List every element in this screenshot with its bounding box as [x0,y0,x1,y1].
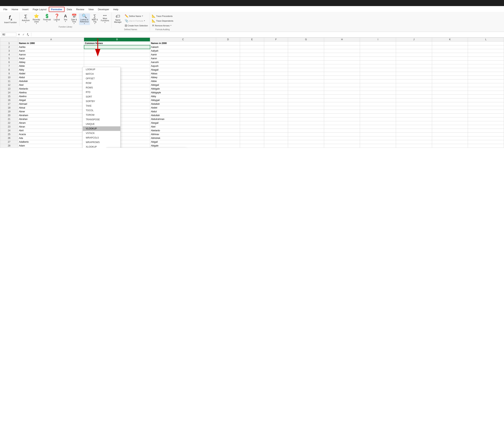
cell-r7c4[interactable] [240,64,264,68]
cell-r27c5[interactable] [264,140,288,144]
cell-r6c11[interactable] [468,60,504,64]
cell-r27c7[interactable] [324,140,360,144]
cell-r12c10[interactable] [432,83,468,87]
cell-r1c10[interactable] [432,41,468,45]
create-from-selection-button[interactable]: ⊞ Create from Selection [124,23,149,28]
cell-r8c10[interactable] [432,68,468,72]
cell-r21c11[interactable] [468,117,504,121]
cell-r5c8[interactable] [360,56,396,60]
cell-r7c2[interactable]: Aayush [150,64,216,68]
cell-r2c10[interactable] [432,45,468,49]
cell-r3c3[interactable] [216,49,240,53]
cell-r4c0[interactable]: Aarron [18,53,84,56]
cell-r25c4[interactable] [240,132,264,136]
cell-r15c10[interactable] [432,94,468,98]
cell-r27c2[interactable]: Abigail [150,140,216,144]
col-header-l[interactable]: L [468,37,504,41]
cell-r12c4[interactable] [240,83,264,87]
cell-r4c1[interactable] [84,53,150,56]
dropdown-item-sort[interactable]: SORT [83,94,120,99]
cell-r17c3[interactable] [216,102,240,106]
cell-r21c4[interactable] [240,117,264,121]
cell-r17c5[interactable] [264,102,288,106]
cell-r23c2[interactable]: Abel [150,125,216,129]
cell-r10c8[interactable] [360,75,396,79]
cell-r24c9[interactable] [396,129,432,132]
cell-r10c11[interactable] [468,75,504,79]
cell-r26c9[interactable] [396,136,432,140]
cell-r26c10[interactable] [432,136,468,140]
cell-r8c5[interactable] [264,68,288,72]
cell-r11c3[interactable] [216,79,240,83]
cell-r17c10[interactable] [432,102,468,106]
menu-data[interactable]: Data [65,7,74,12]
cell-r2c0[interactable]: Aarika [18,45,84,49]
cell-r16c9[interactable] [396,98,432,102]
cell-r22c3[interactable] [216,121,240,125]
row-header-24[interactable]: 24 [0,129,18,132]
cell-r8c7[interactable] [324,68,360,72]
cell-r14c7[interactable] [324,91,360,94]
menu-file[interactable]: File [1,7,9,12]
date-time-button[interactable]: 📅 Date &Time ▼ [70,13,78,25]
cell-r5c7[interactable] [324,56,360,60]
cell-r26c6[interactable] [288,136,324,140]
menu-view[interactable]: View [87,7,96,12]
cell-r18c7[interactable] [324,106,360,110]
cell-r1c7[interactable] [324,41,360,45]
cell-r16c7[interactable] [324,98,360,102]
cell-r23c3[interactable] [216,125,240,129]
cell-r1c2[interactable]: Names in 2000 [150,41,216,45]
cell-r22c2[interactable]: Abegail [150,121,216,125]
cell-r15c11[interactable] [468,94,504,98]
cell-r20c0[interactable]: Abraham [18,113,84,117]
cell-r20c2[interactable]: Abdullah [150,113,216,117]
cell-r3c0[interactable]: Aaron [18,49,84,53]
cell-r17c11[interactable] [468,102,504,106]
cell-r25c2[interactable]: Abhinav [150,132,216,136]
cell-r6c3[interactable] [216,60,240,64]
cell-r7c11[interactable] [468,64,504,68]
col-header-c[interactable]: C [150,37,216,41]
col-header-e[interactable]: E [240,37,264,41]
cell-r24c2[interactable]: Abelardo [150,129,216,132]
cell-r4c8[interactable] [360,53,396,56]
cell-r6c2[interactable]: Aarushi [150,60,216,64]
cell-r3c10[interactable] [432,49,468,53]
cell-r13c8[interactable] [360,87,396,91]
col-header-i[interactable]: I [360,37,396,41]
cell-r20c6[interactable] [288,113,324,117]
cell-r24c6[interactable] [288,129,324,132]
cell-r17c0[interactable]: Abimael [18,102,84,106]
cell-r9c11[interactable] [468,72,504,75]
cell-r15c6[interactable] [288,94,324,98]
cell-r15c0[interactable]: Abelino [18,94,84,98]
cell-r6c7[interactable] [324,60,360,64]
cell-r14c6[interactable] [288,91,324,94]
cell-r3c9[interactable] [396,49,432,53]
row-header-4[interactable]: 4 [0,53,18,56]
cell-r7c8[interactable] [360,64,396,68]
cell-r8c3[interactable] [216,68,240,72]
cell-r28c3[interactable] [216,144,240,148]
cell-r17c7[interactable] [324,102,360,106]
cell-r10c3[interactable] [216,75,240,79]
row-header-8[interactable]: 8 [0,68,18,72]
cell-r23c11[interactable] [468,125,504,129]
cell-r11c5[interactable] [264,79,288,83]
cell-r15c8[interactable] [360,94,396,98]
cell-r7c6[interactable] [288,64,324,68]
menu-page-layout[interactable]: Page Layout [31,7,48,12]
menu-home[interactable]: Home [10,7,20,12]
cell-r15c5[interactable] [264,94,288,98]
cell-r20c11[interactable] [468,113,504,117]
cell-r9c3[interactable] [216,72,240,75]
cell-r5c11[interactable] [468,56,504,60]
cell-r3c11[interactable] [468,49,504,53]
row-header-15[interactable]: 15 [0,94,18,98]
cell-r9c9[interactable] [396,72,432,75]
cell-r27c6[interactable] [288,140,324,144]
cell-r22c7[interactable] [324,121,360,125]
cell-r11c9[interactable] [396,79,432,83]
row-header-10[interactable]: 10 [0,75,18,79]
